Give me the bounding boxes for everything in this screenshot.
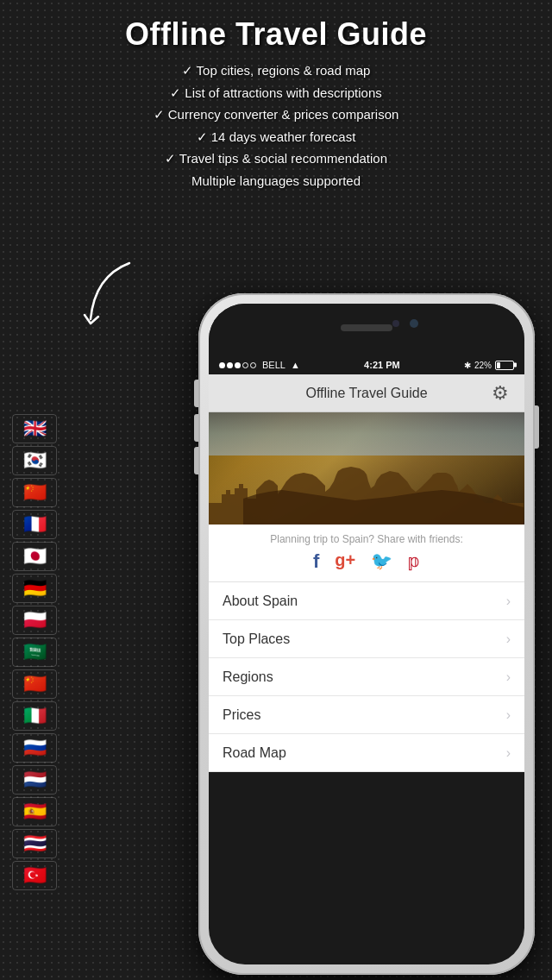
signal-dot-1 (219, 362, 225, 368)
menu-item-regions[interactable]: Regions› (209, 658, 524, 696)
menu-item-road-map[interactable]: Road Map› (209, 734, 524, 772)
phone-mockup: BELL ▲ 4:21 PM ✱ 22% Offline Travel Guid… (198, 293, 552, 980)
italy-flag[interactable]: 🇮🇹 (12, 701, 57, 731)
turkey-flag[interactable]: 🇹🇷 (12, 861, 57, 890)
feature-item: Multiple languages supported (17, 170, 535, 192)
france-flag[interactable]: 🇫🇷 (12, 510, 57, 539)
carrier-name: BELL (262, 360, 285, 370)
germany-flag[interactable]: 🇩🇪 (12, 574, 57, 603)
spain-flag[interactable]: 🇪🇸 (12, 797, 57, 826)
social-text: Planning trip to Spain? Share with frien… (221, 533, 512, 545)
signal-dot-4 (242, 362, 248, 368)
korea-flag[interactable]: 🇰🇷 (12, 446, 57, 475)
russia-flag[interactable]: 🇷🇺 (12, 733, 57, 763)
battery-fill (497, 362, 500, 368)
app-navbar: Offline Travel Guide ⚙ (209, 374, 524, 412)
status-left: BELL ▲ (219, 360, 300, 370)
page-title: Offline Travel Guide (17, 16, 535, 53)
signal-dot-3 (235, 362, 241, 368)
twitter-icon[interactable]: 🐦 (371, 550, 392, 573)
social-section: Planning trip to Spain? Share with frien… (209, 525, 524, 582)
menu-chevron-icon: › (506, 631, 511, 647)
poland-flag[interactable]: 🇵🇱 (12, 606, 57, 635)
menu-chevron-icon: › (506, 669, 511, 685)
phone-speaker (341, 324, 392, 331)
header-section: Offline Travel Guide ✓ Top cities, regio… (0, 0, 552, 205)
bluetooth-icon: ✱ (464, 361, 471, 370)
signal-dot-2 (227, 362, 233, 368)
thailand-flag[interactable]: 🇹🇭 (12, 829, 57, 858)
phone-sensor (392, 320, 399, 327)
app-content: Planning trip to Spain? Share with frien… (209, 412, 524, 772)
saudi-flag[interactable]: 🇸🇦 (12, 638, 57, 667)
status-right: ✱ 22% (464, 361, 514, 370)
pinterest-icon[interactable]: 𝕡 (408, 550, 420, 573)
status-time: 4:21 PM (364, 360, 400, 370)
feature-item: ✓ Travel tips & social recommendation (17, 148, 535, 170)
wifi-icon: ▲ (291, 360, 300, 370)
battery-percent: 22% (474, 361, 492, 370)
google-plus-icon[interactable]: g+ (335, 550, 355, 573)
feature-item: ✓ Top cities, regions & road map (17, 60, 535, 82)
phone-screen: BELL ▲ 4:21 PM ✱ 22% Offline Travel Guid… (209, 304, 524, 964)
arrow-decoration (78, 259, 147, 349)
status-bar: BELL ▲ 4:21 PM ✱ 22% (209, 355, 524, 374)
feature-item: ✓ Currency converter & prices comparison (17, 104, 535, 126)
castle-svg (209, 455, 524, 525)
app-title: Offline Travel Guide (247, 386, 486, 401)
signal-dot-5 (250, 362, 256, 368)
features-list: ✓ Top cities, regions & road map ✓ List … (17, 60, 535, 192)
signal-dots (219, 362, 256, 368)
menu-item-label: Regions (223, 669, 273, 685)
menu-item-label: Road Map (223, 745, 286, 761)
menu-item-label: Top Places (223, 631, 290, 647)
phone-outer-shell: BELL ▲ 4:21 PM ✱ 22% Offline Travel Guid… (198, 293, 535, 975)
uk-flag[interactable]: 🇬🇧 (12, 414, 57, 443)
menu-chevron-icon: › (506, 707, 511, 723)
china2-flag[interactable]: 🇨🇳 (12, 669, 57, 699)
feature-item: ✓ List of attractions with descriptions (17, 82, 535, 104)
japan-flag[interactable]: 🇯🇵 (12, 542, 57, 571)
social-icons-row: f g+ 🐦 𝕡 (221, 550, 512, 573)
facebook-icon[interactable]: f (313, 550, 319, 573)
menu-list: About Spain›Top Places›Regions›Prices›Ro… (209, 582, 524, 772)
menu-item-label: About Spain (223, 594, 298, 609)
china-flag[interactable]: 🇨🇳 (12, 478, 57, 507)
phone-camera (410, 319, 418, 328)
phone-top-bar (209, 304, 524, 355)
feature-item: ✓ 14 days weather forecast (17, 126, 535, 148)
menu-item-about-spain[interactable]: About Spain› (209, 582, 524, 620)
battery-icon (495, 361, 514, 370)
flags-column: 🇬🇧🇰🇷🇨🇳🇫🇷🇯🇵🇩🇪🇵🇱🇸🇦🇨🇳🇮🇹🇷🇺🇳🇱🇪🇸🇹🇭🇹🇷 (12, 414, 57, 890)
hero-image (209, 412, 524, 525)
menu-item-label: Prices (223, 707, 260, 723)
menu-item-top-places[interactable]: Top Places› (209, 620, 524, 658)
menu-chevron-icon: › (506, 745, 511, 761)
settings-button[interactable]: ⚙ (486, 380, 514, 407)
netherlands-flag[interactable]: 🇳🇱 (12, 765, 57, 795)
menu-chevron-icon: › (506, 594, 511, 609)
menu-item-prices[interactable]: Prices› (209, 696, 524, 734)
